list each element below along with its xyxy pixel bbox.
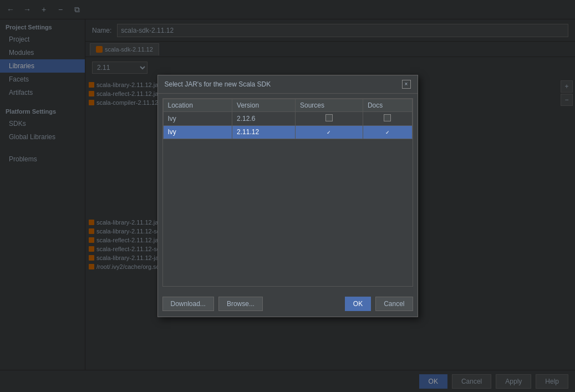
modal-overlay: Select JAR's for the new Scala SDK × Loc… bbox=[0, 0, 575, 392]
row1-location: Ivy bbox=[163, 112, 232, 126]
modal-ok-button[interactable]: OK bbox=[345, 297, 371, 311]
row1-sources[interactable] bbox=[296, 112, 363, 126]
docs-checkbox-1[interactable] bbox=[384, 114, 391, 121]
row2-docs[interactable]: ✓ bbox=[363, 126, 412, 139]
jar-table: Location Version Sources Docs Ivy 2.12.6 bbox=[163, 99, 413, 139]
browse-button[interactable]: Browse... bbox=[218, 297, 263, 311]
row2-version: 2.11.12 bbox=[232, 126, 296, 139]
row2-sources[interactable]: ✓ bbox=[296, 126, 363, 139]
modal-cancel-button[interactable]: Cancel bbox=[375, 297, 413, 311]
col-docs: Docs bbox=[363, 99, 412, 112]
modal-title-bar: Select JAR's for the new Scala SDK × bbox=[158, 75, 418, 94]
col-location: Location bbox=[163, 99, 232, 112]
ide-window: ← → + − ⧉ Project Settings Project Modul… bbox=[0, 0, 575, 392]
jar-table-area: Location Version Sources Docs Ivy 2.12.6 bbox=[162, 98, 413, 287]
select-jars-modal: Select JAR's for the new Scala SDK × Loc… bbox=[157, 75, 418, 317]
sources-checkbox-1[interactable] bbox=[325, 114, 333, 121]
modal-close-button[interactable]: × bbox=[402, 80, 411, 89]
row1-docs[interactable] bbox=[363, 112, 412, 126]
docs-checkbox-2[interactable]: ✓ bbox=[384, 129, 391, 136]
row2-location: Ivy bbox=[163, 126, 232, 139]
row1-version: 2.12.6 bbox=[232, 112, 296, 126]
col-sources: Sources bbox=[296, 99, 363, 112]
col-version: Version bbox=[232, 99, 296, 112]
modal-title: Select JAR's for the new Scala SDK bbox=[165, 80, 271, 88]
modal-body: Location Version Sources Docs Ivy 2.12.6 bbox=[158, 94, 418, 291]
sources-checkbox-2[interactable]: ✓ bbox=[325, 129, 333, 136]
download-button[interactable]: Download... bbox=[162, 297, 214, 311]
table-row[interactable]: Ivy 2.12.6 bbox=[163, 112, 412, 126]
modal-footer: Download... Browse... OK Cancel bbox=[158, 291, 418, 317]
table-row[interactable]: Ivy 2.11.12 ✓ ✓ bbox=[163, 126, 412, 139]
